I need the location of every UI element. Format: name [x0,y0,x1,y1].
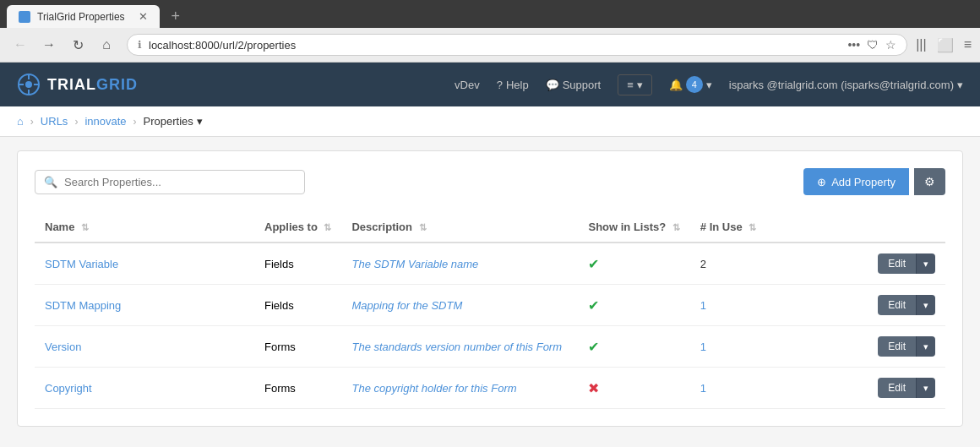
edit-button-group: Edit▾ [776,336,935,357]
properties-table: Name ⇅ Applies to ⇅ Description ⇅ Show i… [35,212,945,409]
main-content: 🔍 ⊕ Add Property ⚙ Name ⇅ [0,137,980,440]
cell-description: Mapping for the SDTM [341,285,578,326]
back-button[interactable]: ← [8,33,32,57]
sort-show-icon[interactable]: ⇅ [672,222,680,232]
cell-name: Copyright [35,368,254,409]
search-input[interactable] [64,176,296,188]
bookmark-icon[interactable]: ☆ [885,38,896,52]
row-name-link[interactable]: SDTM Mapping [45,299,121,312]
support-link[interactable]: 💬 Support [546,79,602,91]
breadcrumb-sep-2: › [74,116,78,128]
breadcrumb-current-label: Properties [144,115,193,128]
breadcrumb-study[interactable]: innovate [84,115,126,128]
content-card: 🔍 ⊕ Add Property ⚙ Name ⇅ [17,150,963,427]
cell-name: SDTM Variable [35,243,254,285]
row-name-link[interactable]: SDTM Variable [45,258,118,270]
breadcrumb-properties-dropdown[interactable]: Properties ▾ [144,115,203,128]
more-button[interactable]: ••• [847,38,860,52]
add-icon: ⊕ [817,176,826,188]
edit-button-group: Edit▾ [776,295,935,315]
bell-icon: 🔔 [669,79,683,91]
app-header: TRIALGRID vDev ? Help 💬 Support ≡ ▾ 🔔 4 … [0,63,980,106]
edit-button[interactable]: Edit [878,336,916,357]
reader-view-icon[interactable]: ⬜ [937,37,954,53]
edit-button[interactable]: Edit [878,378,916,398]
in-use-link[interactable]: 1 [700,299,706,312]
tab-close-button[interactable]: ✕ [139,10,148,23]
svg-point-1 [25,81,32,88]
table-header: Name ⇅ Applies to ⇅ Description ⇅ Show i… [35,212,945,243]
security-icon: ℹ [138,39,142,51]
browser-toolbar-extras: ||| ⬜ ≡ [916,37,972,53]
row-name-link[interactable]: Version [45,341,81,353]
edit-dropdown-button[interactable]: ▾ [916,336,935,357]
cell-description: The copyright holder for this Form [341,368,578,409]
edit-button[interactable]: Edit [878,295,916,315]
browser-tab-bar: TrialGrid Properties ✕ + [0,0,980,28]
table-row: SDTM VariableFieldsThe SDTM Variable nam… [35,243,945,285]
add-property-button[interactable]: ⊕ Add Property [803,168,909,195]
cell-applies-to: Fields [254,285,341,326]
address-bar[interactable] [149,39,841,52]
sort-inuse-icon[interactable]: ⇅ [749,222,756,232]
cell-show-in-lists: ✔ [578,285,689,326]
tab-title: TrialGrid Properties [37,11,125,23]
cell-show-in-lists: ✔ [578,326,689,368]
cell-name: SDTM Mapping [35,285,254,326]
settings-button[interactable]: ⚙ [914,168,945,195]
menu-lines-icon: ≡ [627,79,634,91]
breadcrumb: ⌂ › URLs › innovate › Properties ▾ [0,106,980,137]
col-header-description: Description ⇅ [341,212,578,243]
in-use-link[interactable]: 1 [700,382,706,395]
home-button[interactable]: ⌂ [95,33,118,57]
col-header-applies: Applies to ⇅ [254,212,341,243]
search-container: 🔍 [35,170,305,194]
edit-button[interactable]: Edit [878,253,916,274]
cell-show-in-lists: ✔ [578,243,689,285]
sort-applies-icon[interactable]: ⇅ [324,222,331,232]
library-icon[interactable]: ||| [916,37,926,52]
col-header-actions [766,212,945,243]
check-icon: ✔ [588,298,599,313]
edit-dropdown-button[interactable]: ▾ [916,295,935,315]
cell-in-use: 2 [690,243,766,285]
refresh-button[interactable]: ↻ [66,33,90,57]
table-body: SDTM VariableFieldsThe SDTM Variable nam… [35,243,945,409]
new-tab-button[interactable]: + [165,8,188,25]
cell-in-use: 1 [690,326,766,368]
sort-name-icon[interactable]: ⇅ [81,222,89,232]
in-use-value: 2 [700,258,706,270]
col-header-name: Name ⇅ [35,212,254,243]
help-link[interactable]: ? Help [497,79,529,91]
in-use-link[interactable]: 1 [700,341,706,353]
active-tab[interactable]: TrialGrid Properties ✕ [7,5,160,28]
browser-menu-icon[interactable]: ≡ [964,37,972,52]
edit-button-group: Edit▾ [776,253,935,274]
user-dropdown-icon: ▾ [957,79,963,91]
address-bar-container: ℹ ••• 🛡 ☆ [127,34,907,56]
notifications-button[interactable]: 🔔 4 ▾ [669,76,712,93]
tab-favicon [19,11,30,23]
forward-button[interactable]: → [37,33,61,57]
vdev-link[interactable]: vDev [455,79,480,91]
logo[interactable]: TRIALGRID [17,73,138,96]
table-row: CopyrightFormsThe copyright holder for t… [35,368,945,409]
sort-desc-icon[interactable]: ⇅ [419,222,427,232]
check-icon: ✔ [588,257,599,271]
cell-name: Version [35,326,254,368]
logo-icon [17,73,41,96]
description-text: The SDTM Variable name [351,258,478,270]
help-icon: ? [497,79,503,91]
menu-button[interactable]: ≡ ▾ [618,74,652,95]
check-icon: ✔ [588,340,599,354]
table-row: SDTM MappingFieldsMapping for the SDTM✔1… [35,285,945,326]
description-text: Mapping for the SDTM [351,299,462,312]
table-header-row: Name ⇅ Applies to ⇅ Description ⇅ Show i… [35,212,945,243]
row-name-link[interactable]: Copyright [45,382,92,395]
edit-button-group: Edit▾ [776,378,935,398]
breadcrumb-home[interactable]: ⌂ [17,115,24,128]
edit-dropdown-button[interactable]: ▾ [916,378,935,398]
user-menu-button[interactable]: isparks @trialgrid.com (isparks@trialgri… [729,79,963,91]
breadcrumb-urls[interactable]: URLs [41,115,68,128]
edit-dropdown-button[interactable]: ▾ [916,253,935,274]
